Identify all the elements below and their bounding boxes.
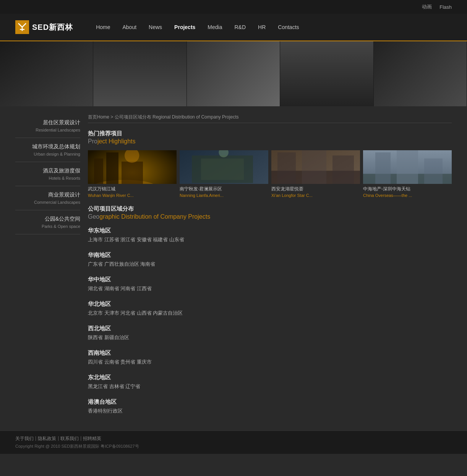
svg-rect-23 xyxy=(397,150,418,184)
project-thumb-2-img xyxy=(180,150,268,184)
distribution-cn-title: 公司项目区域分布 xyxy=(88,205,452,213)
distribution-en-title: Geographic Distribution of Company Proje… xyxy=(88,213,210,220)
svg-rect-19 xyxy=(332,156,354,184)
sidebar-item-residential-cn: 居住区景观设计 xyxy=(15,119,80,126)
sidebar-item-commercial-cn: 商业景观设计 xyxy=(15,192,80,198)
nav-about[interactable]: About xyxy=(122,23,136,32)
region-hkmo-provinces: 香港特别行政区 xyxy=(88,408,452,414)
region-east: 华东地区 上海市 江苏省 浙江省 安徽省 福建省 山东省 xyxy=(88,227,452,243)
region-east-provinces: 上海市 江苏省 浙江省 安徽省 福建省 山东省 xyxy=(88,236,452,243)
sidebar-item-commercial[interactable]: 商业景观设计 Commercial Landscapes xyxy=(15,186,80,210)
sidebar-item-parks[interactable]: 公园&公共空间 Parks & Open space xyxy=(15,210,80,234)
region-northeast-provinces: 黑龙江省 吉林省 辽宁省 xyxy=(88,383,452,390)
region-hkmo-name: 港澳台地区 xyxy=(88,398,452,406)
footer-contact-link[interactable]: 联系我们 xyxy=(60,435,79,442)
project-thumb-3-img xyxy=(271,150,360,184)
hero-segment-1 xyxy=(0,41,93,106)
sidebar-item-hotels[interactable]: 酒店及旅游度假 Hotels & Resorts xyxy=(15,162,80,186)
region-north-provinces: 北京市 天津市 河北省 山西省 内蒙古自治区 xyxy=(88,310,452,317)
nav-rd[interactable]: R&D xyxy=(234,23,246,32)
highlights-title: 热门推荐项目 Project Highlights xyxy=(88,130,452,145)
nav-hr[interactable]: HR xyxy=(258,23,266,32)
region-south-name: 华南地区 xyxy=(88,252,452,259)
svg-rect-17 xyxy=(277,153,296,184)
sidebar-item-hotels-en: Hotels & Resorts xyxy=(15,176,80,180)
region-east-name: 华东地区 xyxy=(88,227,452,234)
highlights-en-title: Project Highlights xyxy=(88,138,136,145)
sidebar-item-hotels-cn: 酒店及旅游度假 xyxy=(15,167,80,174)
highlights-cn-title: 热门推荐项目 xyxy=(88,130,452,137)
nav-news[interactable]: News xyxy=(149,23,162,32)
main-content: 居住区景观设计 Residential Landscapes 城市环境及总体规划… xyxy=(0,110,467,423)
project-4-cn: 中海地产-深圳中海天钻 xyxy=(363,186,452,192)
project-3-en: Xi'an Longfor Star C... xyxy=(271,193,360,198)
region-southwest: 西南地区 四川省 云南省 贵州省 重庆市 xyxy=(88,349,452,366)
hero-segment-4 xyxy=(280,41,373,106)
nav-media[interactable]: Media xyxy=(208,23,222,32)
header: SED新西林 Home About News Projects Media R&… xyxy=(0,14,467,41)
project-1-cn: 武汉万锦江城 xyxy=(88,186,177,192)
footer-about-link[interactable]: 关于我们 xyxy=(15,435,34,442)
nav-contacts[interactable]: Contacts xyxy=(278,23,299,32)
project-2-cn: 南宁秋发·君澜展示区 xyxy=(180,186,268,192)
svg-rect-13 xyxy=(201,159,244,180)
content-area: 首页Home > 公司项目区域分布 Regional Distribution … xyxy=(88,110,452,423)
distribution-section: 公司项目区域分布 Geographic Distribution of Comp… xyxy=(88,205,452,414)
sidebar: 居住区景观设计 Residential Landscapes 城市环境及总体规划… xyxy=(15,110,80,423)
logo-text: SED新西林 xyxy=(32,22,73,32)
svg-rect-8 xyxy=(106,153,118,184)
flash-link[interactable]: Flash xyxy=(439,4,452,10)
nav-home[interactable]: Home xyxy=(96,23,110,32)
sidebar-item-residential[interactable]: 居住区景观设计 Residential Landscapes xyxy=(15,114,80,138)
project-thumb-1[interactable]: 武汉万锦江城 Wuhan Wanjin River C... xyxy=(88,150,177,198)
sidebar-item-parks-en: Parks & Open space xyxy=(15,224,80,229)
svg-rect-22 xyxy=(375,153,391,184)
hero-banner xyxy=(0,41,467,106)
footer-privacy-link[interactable]: 隐私政策 xyxy=(38,435,56,442)
animation-link[interactable]: 动画 xyxy=(422,3,432,10)
region-south-provinces: 广东省 广西壮族自治区 海南省 xyxy=(88,261,452,268)
sidebar-item-commercial-en: Commercial Landscapes xyxy=(15,200,80,205)
sidebar-item-urban[interactable]: 城市环境及总体规划 Urban design & Planning xyxy=(15,138,80,162)
project-4-en: China Overseas——the ... xyxy=(363,193,452,198)
footer-links: 关于我们 | 隐私政策 | 联系我们 | 招聘精英 xyxy=(15,435,452,442)
footer: 关于我们 | 隐私政策 | 联系我们 | 招聘精英 Copyright Righ… xyxy=(0,431,467,454)
main-nav: Home About News Projects Media R&D HR Co… xyxy=(96,23,299,32)
svg-rect-18 xyxy=(302,150,326,184)
highlights-en-part1: Pro xyxy=(88,138,97,145)
project-thumb-4[interactable]: 中海地产-深圳中海天钻 China Overseas——the ... xyxy=(363,150,452,198)
distribution-en-part2: graphic Distribution of Company Projects xyxy=(99,213,210,220)
highlights-en-part2: ject Highlights xyxy=(97,138,136,145)
region-northwest-provinces: 陕西省 新疆自治区 xyxy=(88,334,452,341)
sidebar-item-urban-en: Urban design & Planning xyxy=(15,152,80,156)
footer-copyright: Copyright Right @ 2010 SED新西林景观国际 粤ICP备0… xyxy=(15,444,452,449)
footer-jobs-link[interactable]: 招聘精英 xyxy=(83,435,101,442)
svg-rect-7 xyxy=(94,159,103,184)
region-central: 华中地区 湖北省 湖南省 河南省 江西省 xyxy=(88,276,452,292)
hero-inner xyxy=(0,41,467,106)
logo-icon xyxy=(15,20,29,34)
distribution-en-part1: Geo xyxy=(88,213,99,220)
sidebar-item-residential-en: Residential Landscapes xyxy=(15,128,80,132)
sidebar-item-urban-cn: 城市环境及总体规划 xyxy=(15,143,80,150)
distribution-title: 公司项目区域分布 Geographic Distribution of Comp… xyxy=(88,205,452,220)
project-3-cn: 西安龙湖星悦荟 xyxy=(271,186,360,192)
region-hkmo: 港澳台地区 香港特别行政区 xyxy=(88,398,452,414)
svg-rect-9 xyxy=(122,162,143,184)
region-northwest-name: 西北地区 xyxy=(88,325,452,332)
logo[interactable]: SED新西林 xyxy=(15,20,73,34)
project-thumb-2[interactable]: 南宁秋发·君澜展示区 Nanning Lianfa.Ameri... xyxy=(180,150,268,198)
region-south: 华南地区 广东省 广西壮族自治区 海南省 xyxy=(88,252,452,268)
footer-sep-1: | xyxy=(35,435,36,442)
hero-segment-2 xyxy=(93,41,186,106)
footer-sep-2: | xyxy=(58,435,59,442)
nav-projects[interactable]: Projects xyxy=(174,23,195,32)
region-southwest-provinces: 四川省 云南省 贵州省 重庆市 xyxy=(88,359,452,366)
region-northeast: 东北地区 黑龙江省 吉林省 辽宁省 xyxy=(88,374,452,390)
project-thumb-3[interactable]: 西安龙湖星悦荟 Xi'an Longfor Star C... xyxy=(271,150,360,198)
project-thumb-1-img xyxy=(88,150,177,184)
region-north-name: 华北地区 xyxy=(88,301,452,308)
breadcrumb: 首页Home > 公司项目区域分布 Regional Distribution … xyxy=(88,114,452,123)
region-north: 华北地区 北京市 天津市 河北省 山西省 内蒙古自治区 xyxy=(88,301,452,317)
top-bar: 动画 Flash xyxy=(0,0,467,14)
